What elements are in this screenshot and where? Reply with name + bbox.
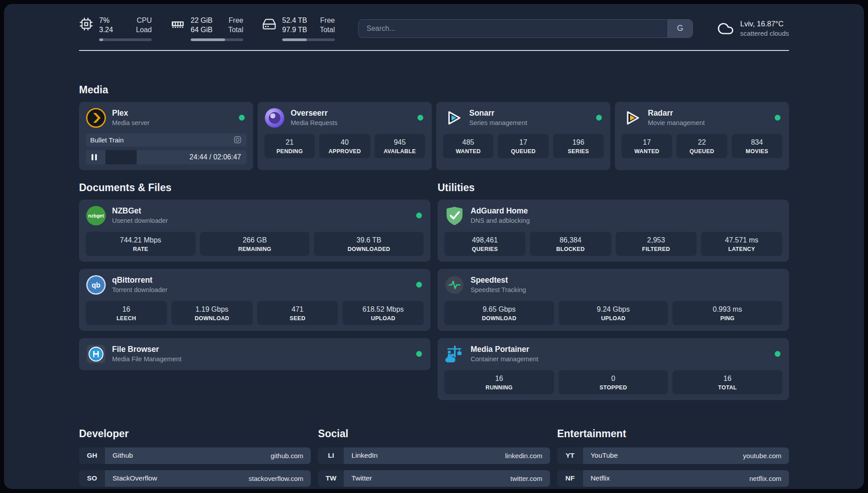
stat-label: RATE [88,246,194,252]
stat-tile: 0.993 msPING [672,301,782,325]
ram-stat: 22 GiB64 GiB FreeTotal [171,16,243,41]
disk-free-value: 52.4 TB [282,16,307,25]
app-subtitle: Movie management [648,119,705,127]
disk-total-value: 97.9 TB [282,25,307,35]
stat-value: 945 [376,138,423,147]
stat-value: 618.52 Mbps [344,305,422,314]
link-name: StackOverflow [113,474,157,482]
plex-icon [86,108,106,128]
link-abbr: NF [557,470,583,487]
stat-value: 9.24 Gbps [560,305,667,314]
stat-value: 16 [88,305,165,314]
app-subtitle: Media server [112,119,150,127]
status-dot [416,282,422,288]
link-abbr: YT [557,447,583,464]
stat-value: 834 [734,138,780,147]
cpu-label: CPU [136,16,152,25]
now-playing-progress[interactable]: 24:44 / 02:06:47 [86,150,246,164]
app-name: Speedtest [471,276,526,285]
search-input[interactable] [359,20,668,38]
section-title-utilities: Utilities [438,182,789,194]
app-subtitle: Media Requests [291,119,338,127]
stat-label: PENDING [266,148,313,155]
app-name: Plex [112,109,150,118]
svg-text:nzbget: nzbget [88,213,104,218]
stat-tile: 834MOVIES [732,134,782,158]
adguard-icon [444,205,465,226]
stat-label: APPROVED [321,148,368,155]
link-row-linkedin[interactable]: LI LinkedInlinkedin.com [318,447,550,464]
stat-value: 9.65 Gbps [446,305,552,314]
section-title-developer: Developer [79,428,311,440]
stat-label: FILTERED [618,246,695,252]
stat-tile: 9.65 GbpsDOWNLOAD [444,301,554,325]
stat-tile: 471SEED [257,301,338,325]
link-name: LinkedIn [351,451,378,460]
stat-label: UPLOAD [560,315,667,322]
stat-tile: 196SERIES [553,134,604,158]
app-subtitle: Speedtest Tracking [471,286,526,294]
stat-tile: 22QUEUED [676,134,727,158]
app-card-filebrowser[interactable]: File Browser Media File Management [79,338,430,370]
link-url: stackoverflow.com [249,475,304,482]
app-name: NZBGet [112,206,168,216]
link-url: netflix.com [749,475,781,482]
app-card-portainer[interactable]: Media Portainer Container management 16R… [438,338,789,400]
stat-tile: 39.6 TBDOWNLOADED [314,232,424,256]
stat-value: 40 [321,138,368,147]
app-subtitle: Media File Management [112,355,182,363]
section-title-social: Social [318,428,550,440]
session-settings-icon[interactable] [233,135,242,144]
app-card-qbittorrent[interactable]: qb qBittorrent Torrent downloader 16LEEC… [79,269,430,331]
search-bar: G [358,19,693,38]
stat-tile: 485WANTED [443,134,493,158]
cpu-load-value: 3.24 [99,25,113,35]
stat-tile: 17WANTED [622,134,672,158]
app-card-overseerr[interactable]: Overseerr Media Requests 21PENDING 40APP… [258,102,432,170]
link-row-netflix[interactable]: NF Netflixnetflix.com [557,470,789,487]
link-abbr: GH [79,447,105,464]
stat-label: BLOCKED [532,246,609,252]
svg-text:qb: qb [92,280,100,288]
stat-label: QUEUED [678,148,725,155]
stat-tile: 16TOTAL [672,370,782,394]
stat-label: MOVIES [734,148,780,155]
pause-icon[interactable] [92,154,97,160]
stat-value: 16 [446,374,552,383]
overseerr-icon [264,108,285,128]
weather-location-temp: Lviv, 16.87°C [740,19,789,29]
disk-progress-bar [282,38,335,41]
app-card-radarr[interactable]: Radarr Movie management 17WANTED 22QUEUE… [615,102,789,170]
stat-value: 266 GB [202,236,308,245]
radarr-icon [622,108,642,128]
stat-tile: 266 GBREMAINING [200,232,310,256]
search-provider-button[interactable]: G [668,20,693,38]
stat-tile: 498,461QUERIES [444,232,526,256]
link-row-github[interactable]: GH Githubgithub.com [79,447,311,464]
link-url: twitter.com [510,475,542,482]
ram-progress-fill [191,38,225,41]
top-bar: 7%3.24 CPULoad [79,16,789,41]
app-card-speedtest[interactable]: Speedtest Speedtest Tracking 9.65 GbpsDO… [438,269,789,331]
status-dot [775,115,780,121]
stat-label: LATENCY [703,246,780,252]
app-card-sonarr[interactable]: Sonarr Series management 485WANTED 17QUE… [436,102,610,170]
link-name: Twitter [351,474,372,482]
link-name: Github [113,451,133,460]
stat-tile: 21PENDING [264,134,315,158]
ram-free-value: 22 GiB [191,16,213,25]
stat-label: STOPPED [560,384,667,391]
link-row-youtube[interactable]: YT YouTubeyoutube.com [557,447,789,464]
stat-tile: 16RUNNING [444,370,554,394]
link-row-stackoverflow[interactable]: SO StackOverflowstackoverflow.com [79,470,311,487]
ram-total-label: Total [228,25,243,35]
link-row-twitter[interactable]: TW Twittertwitter.com [318,470,550,487]
screen: 7%3.24 CPULoad [0,0,868,493]
app-card-adguard[interactable]: AdGuard Home DNS and adblocking 498,461Q… [438,200,789,262]
stat-value: 86,384 [532,236,609,245]
stat-tile: 0STOPPED [559,370,668,394]
app-card-nzbget[interactable]: nzbget NZBGet Usenet downloader 744.21 M… [79,200,430,262]
ram-free-label: Free [228,16,243,25]
app-card-plex[interactable]: Plex Media server Bullet Train [79,102,253,170]
system-stats: 7%3.24 CPULoad [79,16,335,41]
